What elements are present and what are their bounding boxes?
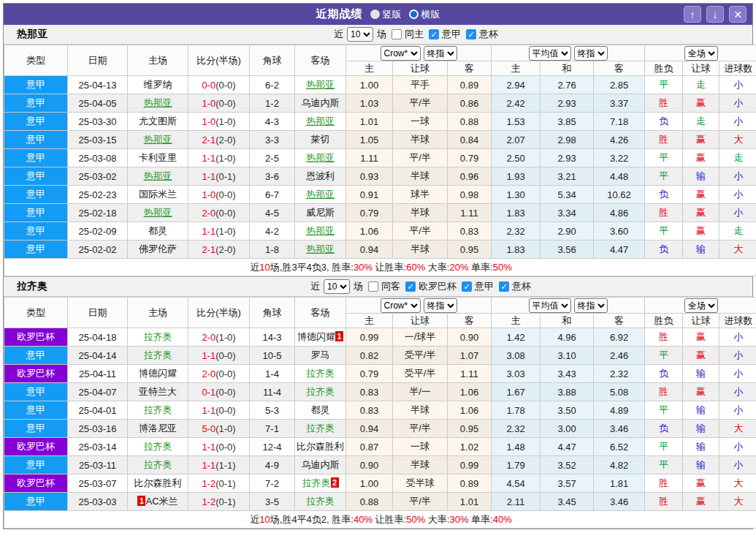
team-link[interactable]: 拉齐奥 — [306, 386, 335, 397]
match-row: 欧罗巴杯25-04-11博德闪耀2-0(0-0)1-4拉齐奥0.79受平/半1.… — [4, 365, 756, 383]
close-icon: ✕ — [733, 9, 742, 20]
team-link[interactable]: 拉齐奥 — [306, 496, 335, 507]
odds-source-group-select[interactable]: Crow* — [381, 298, 421, 313]
home-team-cell: 1AC米兰 — [128, 493, 188, 511]
avg-away-cell: 5.08 — [594, 383, 645, 401]
avg-home-cell: 2.07 — [492, 131, 541, 149]
corner-cell: 6-7 — [250, 186, 295, 204]
team-link[interactable]: 拉齐奥 — [144, 404, 172, 415]
same-venue-checkbox[interactable] — [392, 29, 402, 39]
col-header-corner: 角球 — [250, 298, 295, 328]
summary-stat-value: 60% — [406, 262, 425, 273]
league-filter-checkbox[interactable]: ✓ — [499, 281, 509, 292]
away-team-cell: 都灵 — [295, 401, 346, 420]
away-team-cell: 比尔森胜利 — [295, 438, 346, 456]
halftime-score: (2-0) — [215, 135, 235, 145]
average-odds-group-select[interactable]: 平均值 — [529, 46, 571, 61]
league-filter-label: 意甲 — [442, 28, 461, 41]
away-team-cell: 威尼斯 — [295, 204, 346, 222]
league-cell: 意甲 — [4, 167, 68, 186]
league-cell: 意甲 — [4, 222, 68, 241]
team-link[interactable]: 热那亚 — [144, 170, 172, 181]
odds-handicap-cell: 球半 — [393, 186, 448, 204]
average-odds-group-select[interactable]: 平均值 — [529, 298, 571, 313]
summary-text: 单率: — [468, 514, 492, 525]
team-link[interactable]: 拉齐奥 — [144, 331, 172, 342]
col-header-date: 日期 — [68, 45, 128, 76]
avg-away-cell: 3.46 — [594, 493, 645, 511]
col-header-type: 类型 — [4, 298, 68, 328]
home-team-cell: 卡利亚里 — [128, 149, 188, 167]
close-button[interactable]: ✕ — [729, 6, 747, 23]
odds-away-cell: 0.88 — [448, 113, 492, 131]
result-goals-cell: 小 — [719, 328, 756, 347]
date-cell: 25-03-03 — [68, 493, 128, 511]
league-cell: 意甲 — [4, 204, 68, 222]
odds-away-cell: 0.84 — [448, 131, 492, 149]
avg-draw-cell: 3.57 — [541, 474, 594, 493]
result-handicap-cell: 走 — [683, 76, 719, 94]
average-odds-group-select[interactable]: 终指 — [574, 46, 608, 61]
summary-cell: 近10场,胜3平4负3, 胜率:30% 让胜率:60% 大率:20% 单率:50… — [4, 259, 756, 276]
same-venue-checkbox[interactable] — [368, 281, 378, 292]
odds-handicap-cell: 半球 — [393, 456, 448, 474]
move-up-button[interactable]: ↑ — [684, 6, 701, 23]
odds-home-cell: 1.01 — [346, 113, 393, 131]
team-link[interactable]: 拉齐奥 — [144, 441, 172, 452]
layout-option-vertical[interactable]: 竖版 — [370, 8, 402, 21]
result-handicap-cell: 输 — [683, 456, 719, 474]
team-link[interactable]: 拉齐奥 — [306, 423, 335, 434]
match-row: 意甲25-03-30尤文图斯1-0(1-0)4-3热那亚1.01一球0.881.… — [4, 113, 756, 131]
move-down-button[interactable]: ↓ — [706, 6, 724, 23]
fulltime-score: 0-1 — [202, 387, 215, 398]
section-header: 热那亚近10场同主✓意甲✓意杯 — [4, 25, 752, 45]
league-filter-checkbox[interactable]: ✓ — [405, 281, 416, 292]
odds-away-cell: 0.89 — [448, 474, 492, 493]
league-filter-label: 欧罗巴杯 — [419, 280, 457, 293]
layout-option-horizontal[interactable]: 横版 — [409, 8, 440, 21]
odds-source-group-select[interactable]: Crow* — [381, 46, 421, 61]
team-link[interactable]: 拉齐奥 — [144, 459, 172, 470]
col-header-date: 日期 — [68, 298, 128, 328]
col-header-odds-handicap: 让球 — [393, 314, 448, 328]
odds-home-cell: 0.88 — [346, 493, 393, 511]
team-link[interactable]: 拉齐奥 — [144, 349, 172, 360]
team-link[interactable]: 拉齐奥 — [302, 477, 331, 488]
section-header: 拉齐奥近10场同客✓欧罗巴杯✓意甲✓意杯 — [4, 277, 752, 297]
fulltime-group-select[interactable]: 全场 — [684, 298, 718, 313]
team-link[interactable]: 热那亚 — [144, 97, 172, 108]
result-wdl-cell: 负 — [645, 365, 683, 383]
league-filter-checkbox[interactable]: ✓ — [429, 29, 439, 39]
team-link[interactable]: 热那亚 — [306, 243, 335, 254]
odds-source-group-select[interactable]: 终指 — [424, 46, 457, 61]
team-link[interactable]: 拉齐奥 — [306, 368, 335, 379]
league-cell: 意甲 — [4, 131, 68, 149]
odds-handicap-cell: 平/半 — [393, 222, 448, 241]
col-header-odds-away: 客 — [448, 314, 492, 328]
odds-handicap-cell: 受半球 — [393, 474, 448, 493]
team-link[interactable]: 热那亚 — [306, 225, 335, 236]
avg-draw-cell: 3.50 — [541, 401, 594, 420]
home-team-cell: 热那亚 — [128, 204, 188, 222]
average-odds-group-select[interactable]: 终指 — [574, 298, 608, 313]
league-filter-checkbox[interactable]: ✓ — [466, 29, 476, 39]
team-link[interactable]: 热那亚 — [144, 134, 172, 145]
match-count-select[interactable]: 10 — [347, 27, 373, 42]
odds-source-group-select[interactable]: 终指 — [424, 298, 457, 313]
corner-cell: 10-5 — [250, 347, 295, 365]
avg-away-cell: 4.48 — [594, 167, 645, 186]
avg-home-cell: 1.30 — [492, 186, 541, 204]
team-link[interactable]: 热那亚 — [306, 189, 335, 200]
odds-away-cell: 1.11 — [448, 365, 492, 383]
corner-cell: 3-6 — [250, 167, 295, 186]
score-cell: 1-1(1-0) — [188, 149, 250, 167]
match-count-select[interactable]: 10 — [324, 279, 350, 294]
team-link[interactable]: 热那亚 — [306, 116, 335, 126]
league-cell: 欧罗巴杯 — [4, 328, 68, 347]
league-filter-checkbox[interactable]: ✓ — [462, 281, 472, 292]
team-link[interactable]: 热那亚 — [144, 207, 172, 218]
fulltime-score: 1-0 — [202, 189, 215, 200]
team-link[interactable]: 热那亚 — [306, 79, 335, 90]
team-link[interactable]: 热那亚 — [306, 152, 335, 163]
fulltime-group-select[interactable]: 全场 — [684, 46, 718, 61]
